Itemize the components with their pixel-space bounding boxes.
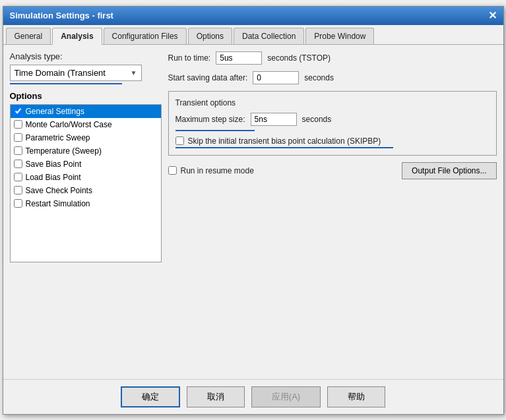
tab-general[interactable]: General (6, 28, 51, 44)
options-label: Options (10, 91, 162, 101)
option-parametric-sweep-label: Parametric Sweep (26, 133, 90, 142)
cancel-button[interactable]: 取消 (187, 386, 245, 407)
option-parametric-sweep-checkbox[interactable] (14, 133, 22, 142)
analysis-type-dropdown[interactable]: Time Domain (Transient ▼ (10, 65, 142, 81)
title-bar: Simulation Settings - first ✕ (3, 7, 503, 25)
tab-options[interactable]: Options (188, 28, 232, 44)
option-general-settings[interactable]: General Settings (11, 105, 161, 118)
option-temperature-sweep-checkbox[interactable] (14, 146, 22, 155)
skip-checkbox[interactable] (175, 136, 184, 145)
option-general-settings-label: General Settings (26, 107, 84, 116)
left-panel: Analysis type: Time Domain (Transient ▼ … (10, 51, 162, 373)
option-save-bias-point-checkbox[interactable] (14, 160, 22, 168)
option-restart-simulation-checkbox[interactable] (14, 199, 22, 208)
option-monte-carlo-checkbox[interactable] (14, 120, 22, 129)
apply-button[interactable]: 应用(A) (251, 386, 321, 407)
option-save-bias-point[interactable]: Save Bias Point (11, 158, 161, 171)
main-content: Analysis type: Time Domain (Transient ▼ … (3, 45, 503, 379)
option-save-bias-point-label: Save Bias Point (26, 160, 82, 169)
option-save-check-points-checkbox[interactable] (14, 186, 22, 195)
start-saving-unit: seconds (304, 73, 334, 82)
help-button[interactable]: 帮助 (327, 386, 385, 407)
start-saving-input[interactable] (253, 71, 299, 84)
max-step-underline (175, 130, 255, 131)
options-list: General Settings Monte Carlo/Worst Case … (10, 104, 162, 262)
option-monte-carlo-label: Monte Carlo/Worst Case (26, 120, 112, 129)
option-save-check-points[interactable]: Save Check Points (11, 184, 161, 197)
max-step-row: Maximum step size: seconds (175, 113, 490, 126)
resume-checkbox[interactable] (168, 166, 177, 175)
run-to-time-label: Run to time: (168, 53, 211, 63)
option-restart-simulation[interactable]: Restart Simulation (11, 197, 161, 210)
footer: 确定 取消 应用(A) 帮助 (3, 379, 503, 414)
option-general-settings-checkbox[interactable] (14, 107, 22, 115)
option-save-check-points-label: Save Check Points (26, 186, 92, 195)
start-saving-row: Start saving data after: seconds (168, 71, 497, 84)
run-to-time-row: Run to time: seconds (TSTOP) (168, 51, 497, 65)
skip-underline (175, 147, 393, 148)
option-monte-carlo[interactable]: Monte Carlo/Worst Case (11, 118, 161, 131)
tab-analysis[interactable]: Analysis (52, 28, 102, 45)
max-step-label: Maximum step size: (175, 115, 245, 124)
tab-bar: General Analysis Configuration Files Opt… (3, 25, 503, 45)
transient-options-box: Transient options Maximum step size: sec… (168, 91, 497, 156)
run-to-time-unit: seconds (TSTOP) (267, 53, 331, 63)
option-restart-simulation-label: Restart Simulation (26, 199, 90, 208)
resume-label: Run in resume mode (181, 166, 254, 175)
resume-output-row: Run in resume mode Output File Options..… (168, 162, 497, 179)
option-temperature-sweep[interactable]: Temperature (Sweep) (11, 144, 161, 158)
dropdown-value: Time Domain (Transient (15, 68, 106, 78)
max-step-input[interactable] (251, 113, 297, 126)
dropdown-arrow-icon: ▼ (131, 69, 137, 76)
output-file-options-button[interactable]: Output File Options... (402, 162, 496, 179)
max-step-unit: seconds (302, 115, 332, 124)
option-parametric-sweep[interactable]: Parametric Sweep (11, 131, 161, 144)
close-button[interactable]: ✕ (488, 11, 497, 21)
option-temperature-sweep-label: Temperature (Sweep) (26, 146, 102, 156)
tab-data-collection[interactable]: Data Collection (234, 28, 304, 44)
tab-probe-window[interactable]: Probe Window (305, 28, 374, 44)
option-load-bias-point[interactable]: Load Bias Point (11, 171, 161, 184)
confirm-button[interactable]: 确定 (121, 386, 180, 407)
start-saving-label: Start saving data after: (168, 73, 248, 82)
dropdown-underline (10, 83, 122, 84)
resume-checkbox-row: Run in resume mode (168, 166, 254, 175)
right-panel: Run to time: seconds (TSTOP) Start savin… (168, 51, 497, 373)
tab-configuration-files[interactable]: Configuration Files (104, 28, 187, 44)
option-load-bias-point-checkbox[interactable] (14, 173, 22, 181)
option-load-bias-point-label: Load Bias Point (26, 173, 81, 182)
analysis-type-label: Analysis type: (10, 51, 162, 61)
skip-label: Skip the initial transient bias point ca… (188, 136, 381, 146)
window-title: Simulation Settings - first (10, 11, 113, 20)
run-to-time-input[interactable] (216, 51, 262, 65)
transient-title: Transient options (175, 98, 490, 107)
skip-checkbox-row: Skip the initial transient bias point ca… (175, 136, 490, 146)
